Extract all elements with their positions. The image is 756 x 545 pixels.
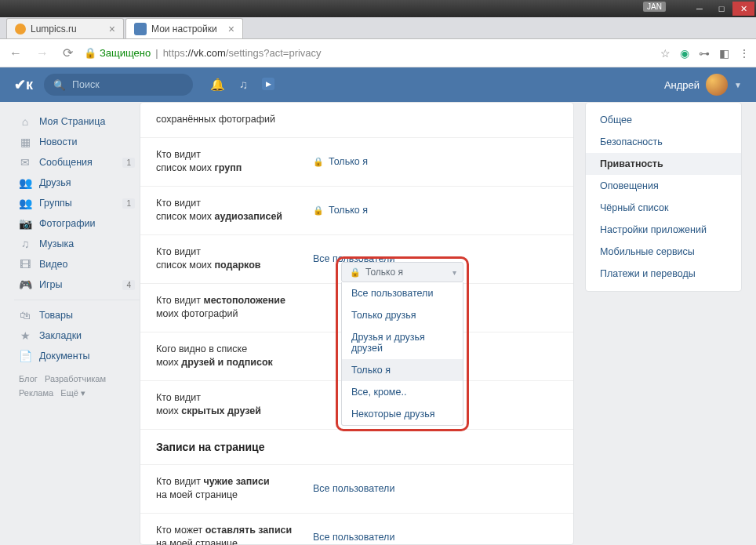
nav-icon: 👥 [19,197,31,209]
setting-label: Кто видит местоположениемоих фотографий [156,294,313,322]
nav-item[interactable]: ⌂Моя Страница [14,111,140,132]
nav-icon: ✉ [19,156,31,169]
setting-label: Кто видитсписок моих аудиозаписей [156,197,313,224]
nav-item[interactable]: 🛍Товары [14,305,140,325]
footer-ads-link[interactable]: Реклама [19,388,53,398]
nav-item[interactable]: 🎮Игры4 [14,274,140,295]
nav-item[interactable]: 📄Документы [14,346,140,366]
url-input[interactable]: 🔒 Защищено | https://vk.com/settings?act… [84,47,652,59]
nav-icon: 👥 [19,176,31,189]
tab-title: Мои настройки [151,24,217,35]
dropdown-option[interactable]: Некоторые друзья [342,403,463,425]
window-maximize-button[interactable]: □ [711,2,732,16]
nav-count-badge: 1 [122,198,135,209]
music-icon[interactable]: ♫ [239,78,248,92]
sidemenu-item[interactable]: Платежи и переводы [586,263,741,285]
sidemenu-item[interactable]: Чёрный список [586,197,741,219]
highlighted-dropdown: 🔒 Только я Все пользователиТолько друзья… [336,256,469,431]
section-header: Записи на странице [140,430,573,465]
setting-label: сохранённых фотографий [156,113,313,127]
play-icon[interactable]: ▶ [262,78,274,90]
nav-label: Музыка [39,238,74,249]
sidemenu-item[interactable]: Оповещения [586,175,741,197]
dropdown-option[interactable]: Все пользователи [342,282,463,304]
nav-label: Документы [39,351,89,362]
dropdown-option[interactable]: Друзья и друзья друзей [342,326,463,359]
dropdown-option[interactable]: Все, кроме.. [342,381,463,403]
dropdown-selected[interactable]: 🔒 Только я [341,262,463,282]
nav-item[interactable]: 📷Фотографии [14,213,140,234]
sidemenu-item[interactable]: Приватность [586,153,741,175]
secure-label: Защищено [100,47,151,59]
user-menu[interactable]: Андрей ▼ [664,74,742,96]
nav-forward-icon[interactable]: → [33,46,52,60]
setting-label: Кто видит чужие записина моей странице [156,475,313,503]
nav-item[interactable]: ♫Музыка [14,234,140,254]
nav-item[interactable]: ✉Сообщения1 [14,152,140,173]
footer-blog-link[interactable]: Блог [19,374,38,383]
nav-icon: 📄 [19,350,31,362]
search-input[interactable]: 🔍 Поиск [44,74,193,96]
nav-icon: ★ [19,329,31,342]
extension-key-icon[interactable]: ⊶ [699,47,710,60]
footer-dev-link[interactable]: Разработчикам [45,374,106,383]
browser-tabstrip: Lumpics.ru × Мои настройки × [0,17,756,39]
tab-title: Lumpics.ru [31,24,77,35]
browser-tab[interactable]: Lumpics.ru × [6,18,124,38]
settings-sidemenu: ОбщееБезопасностьПриватностьОповещенияЧё… [585,102,742,292]
nav-icon: ♫ [19,238,31,250]
footer-more-link[interactable]: Ещё ▾ [60,388,85,398]
nav-icon: 🎮 [19,278,31,291]
divider [14,300,140,300]
tab-favicon [134,23,147,35]
footer-links: Блог Разработчикам Реклама Ещё ▾ [14,372,140,400]
window-close-button[interactable]: ✕ [732,2,754,16]
nav-item[interactable]: 👥Друзья [14,173,140,193]
dropdown-option[interactable]: Только я [342,359,463,381]
dropdown-selected-label: Только я [365,267,403,278]
setting-label: Кто видитмоих скрытых друзей [156,391,313,419]
sidemenu-item[interactable]: Общее [586,109,741,131]
extension-icon[interactable]: ◉ [680,47,689,60]
nav-back-icon[interactable]: ← [6,46,25,60]
setting-label: Кто может оставлять записина моей страни… [156,524,313,546]
nav-icon: 📷 [19,217,31,230]
nav-item[interactable]: 👥Группы1 [14,193,140,213]
extension-icon[interactable]: ◧ [719,47,729,60]
sidemenu-item[interactable]: Настройки приложений [586,219,741,241]
setting-label: Кого видно в спискемоих друзей и подписо… [156,343,313,370]
nav-icon: 🎞 [19,258,31,271]
window-minimize-button[interactable]: ─ [689,2,711,16]
notifications-icon[interactable]: 🔔 [210,78,225,92]
setting-row: сохранённых фотографий [140,103,573,138]
lock-icon: 🔒 [84,47,96,59]
sidemenu-item[interactable]: Мобильные сервисы [586,241,741,263]
setting-value[interactable]: Все пользователи [313,532,394,543]
left-nav: ⌂Моя Страница▦Новости✉Сообщения1👥Друзья👥… [14,102,140,545]
setting-row: Кто видит чужие записина моей страницеВс… [140,465,573,514]
nav-label: Игры [39,279,62,290]
chevron-down-icon: ▼ [734,81,742,89]
nav-label: Друзья [39,177,71,188]
bookmark-icon[interactable]: ☆ [660,47,671,60]
nav-label: Видео [39,259,68,270]
nav-item[interactable]: 🎞Видео [14,254,140,274]
setting-value[interactable]: Только я [329,205,368,216]
dropdown-option[interactable]: Только друзья [342,304,463,326]
browser-menu-icon[interactable]: ⋮ [739,47,750,60]
nav-item[interactable]: ▦Новости [14,132,140,152]
sidemenu-item[interactable]: Безопасность [586,131,741,153]
setting-value[interactable]: Только я [329,156,368,167]
setting-value[interactable]: Все пользователи [313,483,394,494]
browser-tab[interactable]: Мои настройки × [125,18,243,38]
nav-label: Сообщения [39,157,93,168]
tab-close-icon[interactable]: × [109,23,115,35]
vk-logo-icon[interactable]: ✔к [14,76,33,93]
nav-count-badge: 1 [122,158,135,168]
nav-reload-icon[interactable]: ⟳ [60,45,76,60]
tab-close-icon[interactable]: × [228,23,234,35]
lock-icon: 🔒 [313,157,324,167]
secure-indicator: 🔒 Защищено [84,47,151,59]
nav-item[interactable]: ★Закладки [14,325,140,346]
search-placeholder: Поиск [72,79,100,90]
